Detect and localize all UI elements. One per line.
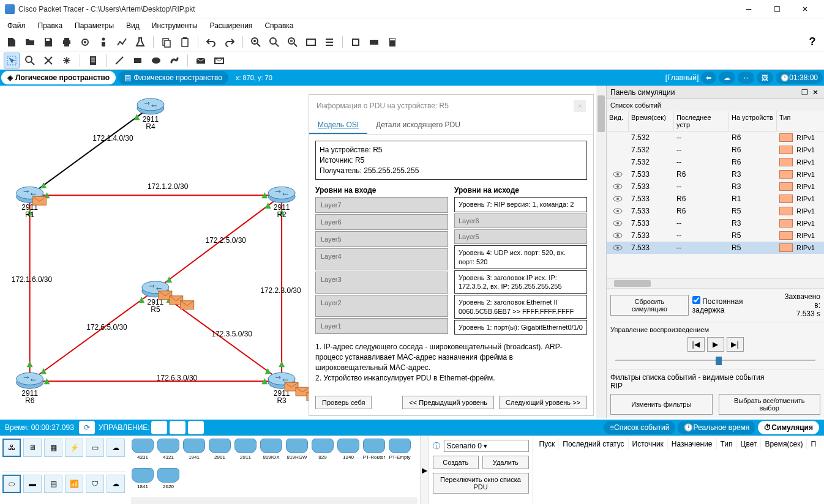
toggle-all-filters-button[interactable]: Выбрать все/отменить выбор [719, 394, 821, 415]
close-button[interactable]: ✕ [791, 0, 819, 18]
eth-at[interactable]: На устройств [729, 111, 777, 131]
in-layer3[interactable]: Layer3 [315, 272, 448, 294]
ellipse-tool-icon[interactable] [148, 53, 164, 69]
event-row[interactable]: 7.533R6R1RIPv1 [607, 193, 824, 205]
menu-options[interactable]: Параметры [70, 20, 119, 31]
calc-icon[interactable] [384, 34, 400, 50]
out-layer1[interactable]: Уровень 1: порт(ы): GigabitEthernet0/1/0 [454, 320, 587, 335]
model-scrollbar[interactable] [131, 497, 418, 504]
pdu-prev-button[interactable]: << Предыдущий уровень [402, 396, 494, 409]
in-layer5[interactable]: Layer5 [315, 231, 448, 247]
device-model-item[interactable]: 819HGW [285, 439, 309, 465]
line-tool-icon[interactable] [111, 53, 127, 69]
type-switches[interactable]: ▬ [23, 475, 42, 493]
event-row[interactable]: 7.533--R3RIPv1 [607, 217, 824, 229]
eth-type[interactable]: Тип [777, 111, 807, 131]
device-model-item[interactable]: PT-Router [362, 439, 386, 465]
device-model-item[interactable]: 2620 [157, 468, 180, 495]
save-icon[interactable] [40, 34, 56, 50]
info-icon[interactable] [96, 34, 111, 50]
menu-extensions[interactable]: Расширения [205, 20, 258, 31]
scenario-select[interactable]: Scenario 0 ▾ [444, 440, 529, 452]
freeform-tool-icon[interactable] [167, 53, 182, 69]
drawing-icon[interactable] [303, 34, 319, 50]
type-security[interactable]: 🛡 [86, 475, 104, 493]
device-model-item[interactable]: 1841 [131, 468, 154, 495]
pdu-list-column[interactable]: Последний статус [559, 439, 628, 450]
settings-icon[interactable] [77, 34, 93, 50]
inspect-tool-icon[interactable] [22, 53, 38, 69]
constant-delay-checkbox[interactable]: Постоянная задержка [692, 296, 774, 314]
pdu-list-column[interactable]: Источник [629, 439, 668, 450]
type-wan[interactable]: ☁ [107, 475, 125, 493]
resize-tool-icon[interactable] [59, 53, 75, 69]
open-file-icon[interactable] [22, 34, 38, 50]
rect-tool-icon[interactable] [130, 53, 146, 69]
cat-network-devices[interactable]: 🖧 [2, 439, 21, 457]
event-row[interactable]: 7.532--R6RIPv1 [607, 156, 824, 168]
new-file-icon[interactable] [4, 34, 20, 50]
playback-speed-slider[interactable] [610, 355, 820, 365]
menu-file[interactable]: Файл [2, 20, 31, 31]
event-row[interactable]: 7.533--R3RIPv1 [607, 180, 824, 193]
select-tool-icon[interactable] [4, 53, 20, 69]
step-back-button[interactable]: |◀ [687, 337, 705, 352]
in-layer1[interactable]: Layer1 [315, 318, 448, 334]
type-wireless[interactable]: 📶 [65, 475, 83, 493]
out-layer3[interactable]: Уровень 3: заголовок IP исх. IP: 172.3.5… [454, 270, 587, 294]
out-layer2[interactable]: Уровень 2: заголовок Ethernet II 0060.5C… [454, 295, 587, 319]
event-row[interactable]: 7.533R6R3RIPv1 [607, 168, 824, 180]
pdu-list-column[interactable]: П [807, 439, 820, 450]
scenario-delete-button[interactable]: Удалить [482, 456, 529, 469]
menu-view[interactable]: Вид [121, 20, 144, 31]
undo-icon[interactable] [203, 34, 219, 50]
simple-pdu-icon[interactable] [193, 53, 209, 69]
router-R6[interactable]: 2911R6 [17, 372, 43, 405]
device-model-item[interactable]: 4331 [131, 439, 154, 465]
device-model-item[interactable]: 4321 [157, 439, 180, 465]
step-forward-button[interactable]: ▶| [727, 337, 744, 352]
in-layer7[interactable]: Layer7 [315, 197, 448, 213]
eth-last[interactable]: Последнее устр [674, 111, 729, 131]
event-row[interactable]: 7.533R6R5RIPv1 [607, 205, 824, 217]
eth-time[interactable]: Время(сек) [629, 111, 674, 131]
list-icon[interactable] [321, 34, 337, 50]
logical-workspace-tab[interactable]: ◈ Логическое пространство [1, 71, 116, 84]
device-icon[interactable] [366, 34, 382, 50]
pdu-close-button[interactable]: ✕ [574, 100, 586, 112]
event-row[interactable]: 7.532--R6RIPv1 [607, 132, 824, 144]
out-layer6[interactable]: Layer6 [454, 213, 587, 228]
out-layer5[interactable]: Layer5 [454, 229, 587, 244]
pdu-next-button[interactable]: Следующий уровень >> [499, 396, 587, 409]
toggle-pdu-list-button[interactable]: Переключить окно списка PDU [433, 473, 529, 494]
panel-collapse-button[interactable]: ▶ [420, 436, 429, 504]
activity-icon[interactable] [114, 34, 130, 50]
zoom-reset-icon[interactable] [266, 34, 282, 50]
pdu-list-column[interactable]: Назначение [668, 439, 717, 450]
scenario-create-button[interactable]: Создать [433, 456, 479, 469]
out-layer4[interactable]: Уровень 4: UDP исх. порт: 520, вх. порт:… [454, 245, 587, 269]
device-table-icon[interactable] [348, 34, 364, 50]
clock-chip[interactable]: 🕐 01:38:00 [776, 72, 823, 84]
pdu-envelope-icon[interactable] [181, 301, 194, 309]
redo-icon[interactable] [222, 34, 238, 50]
cat-multiuser[interactable]: ☁ [107, 439, 125, 457]
scenario-info-icon[interactable]: ⓘ [433, 441, 440, 451]
lab-icon[interactable] [132, 34, 148, 50]
nav-move-button[interactable]: ↔ [738, 72, 754, 84]
pdu-list-column[interactable]: Цвет [737, 439, 762, 450]
event-list-tab[interactable]: ≡ Список событий [604, 421, 675, 434]
cat-end-devices[interactable]: 🖥 [23, 439, 42, 457]
device-model-item[interactable]: 2901 [208, 439, 231, 465]
power-cycle-button[interactable]: ⟳ [79, 421, 95, 434]
print-icon[interactable] [59, 34, 75, 50]
delete-tool-icon[interactable] [40, 53, 56, 69]
cat-misc[interactable]: ▭ [86, 439, 104, 457]
device-model-item[interactable]: 2911 [234, 439, 257, 465]
pdu-list-column[interactable]: Тип [717, 439, 737, 450]
pdu-check-button[interactable]: Проверь себя [315, 396, 372, 409]
canvas-vscrollbar[interactable] [596, 86, 606, 418]
link-R5-R6[interactable] [30, 290, 155, 381]
menu-tools[interactable]: Инструменты [147, 20, 203, 31]
maximize-button[interactable]: ☐ [763, 0, 791, 18]
